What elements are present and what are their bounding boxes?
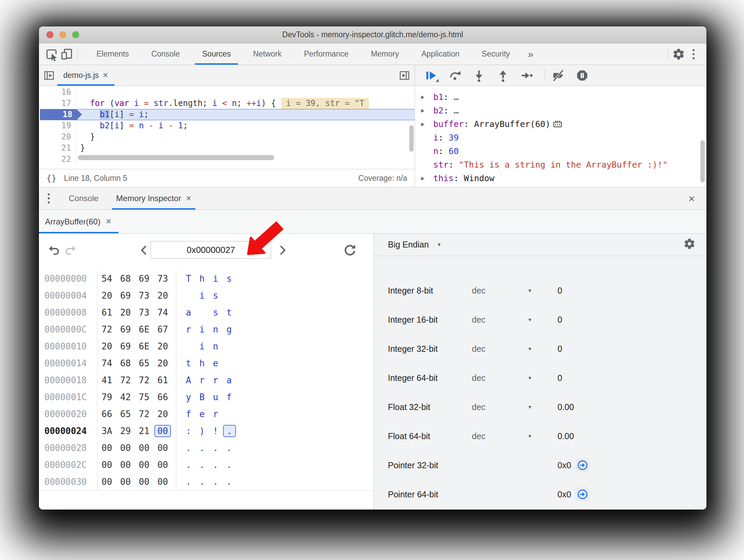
memory-byte[interactable]: 20	[120, 307, 139, 318]
memory-byte[interactable]: 65	[139, 358, 157, 368]
close-tab-icon[interactable]: ×	[106, 217, 111, 226]
open-file-panel-icon[interactable]	[398, 69, 411, 82]
scope-row[interactable]: ▶b2: …	[415, 104, 706, 117]
tab-network[interactable]: Network	[242, 43, 293, 65]
memory-byte[interactable]: 00	[157, 460, 176, 470]
memory-byte[interactable]: 79	[102, 392, 120, 402]
step-icon[interactable]	[517, 68, 537, 83]
memory-ascii-char[interactable]: y	[186, 392, 199, 402]
memory-byte[interactable]: 73	[157, 274, 176, 284]
memory-ascii-char[interactable]: :	[186, 426, 199, 436]
memory-byte[interactable]: 00	[157, 426, 176, 436]
tab-sources[interactable]: Sources	[191, 43, 242, 65]
history-back-icon[interactable]	[47, 244, 61, 259]
memory-ascii-char[interactable]: .	[213, 477, 226, 487]
previous-page-icon[interactable]	[138, 244, 151, 258]
show-navigator-icon[interactable]	[42, 69, 56, 82]
step-over-icon[interactable]	[445, 68, 465, 83]
memory-ascii-char[interactable]: B	[199, 392, 213, 402]
memory-byte[interactable]: 20	[157, 290, 176, 301]
step-into-icon[interactable]	[469, 68, 489, 83]
memory-byte[interactable]: 67	[157, 324, 176, 335]
memory-byte[interactable]: 69	[139, 274, 157, 284]
format-select[interactable]: dec	[472, 373, 528, 383]
memory-ascii-char[interactable]: r	[213, 375, 226, 385]
memory-ascii-char[interactable]: t	[186, 358, 199, 368]
line-number[interactable]: 19	[39, 120, 76, 131]
scope-row[interactable]: ▶b1: …	[415, 90, 706, 104]
tab-performance[interactable]: Performance	[293, 43, 360, 65]
jump-to-pointer-icon[interactable]	[576, 488, 589, 501]
memory-ascii-char[interactable]: g	[226, 324, 240, 335]
tab-security[interactable]: Security	[471, 43, 521, 65]
value-settings-gear-icon[interactable]	[683, 238, 696, 252]
close-drawer-icon[interactable]: ×	[685, 192, 698, 205]
device-toolbar-icon[interactable]	[59, 47, 74, 62]
memory-byte[interactable]: 00	[120, 477, 139, 487]
settings-gear-icon[interactable]	[671, 47, 686, 62]
file-tab-demo-js[interactable]: demo-js.js ×	[57, 65, 114, 86]
disclosure-triangle-icon[interactable]: ▶	[421, 93, 433, 100]
memory-ascii-char[interactable]: A	[186, 375, 199, 385]
memory-byte[interactable]: 72	[139, 409, 157, 419]
format-select[interactable]: dec	[472, 315, 528, 325]
memory-byte[interactable]: 68	[120, 358, 139, 368]
memory-byte[interactable]: 00	[139, 477, 157, 487]
scope-scrollbar[interactable]	[700, 140, 705, 182]
zoom-window-button[interactable]	[72, 31, 79, 38]
horizontal-scrollbar[interactable]	[78, 155, 274, 160]
memory-ascii-char[interactable]: f	[186, 409, 199, 419]
step-out-icon[interactable]	[493, 68, 513, 83]
memory-inspector-chip-icon[interactable]	[553, 120, 563, 128]
memory-ascii-char[interactable]	[186, 290, 199, 301]
line-number[interactable]: 17	[39, 98, 76, 109]
memory-ascii-char[interactable]: i	[199, 341, 213, 351]
memory-byte[interactable]: 29	[120, 426, 139, 436]
memory-byte[interactable]: 72	[120, 375, 139, 385]
memory-byte[interactable]: 61	[157, 375, 176, 385]
memory-byte[interactable]: 69	[120, 324, 139, 335]
memory-ascii-char[interactable]	[186, 341, 199, 351]
history-forward-icon[interactable]	[64, 244, 78, 259]
memory-ascii-char[interactable]: .	[213, 443, 226, 453]
memory-ascii-char[interactable]	[226, 358, 240, 368]
disclosure-triangle-icon[interactable]: ▶	[421, 175, 433, 181]
memory-ascii-char[interactable]: f	[226, 392, 240, 402]
refresh-icon[interactable]	[343, 243, 357, 259]
tab-elements[interactable]: Elements	[85, 43, 140, 65]
format-select[interactable]: dec	[472, 402, 528, 412]
customize-menu-dots-icon[interactable]	[686, 47, 701, 62]
format-select[interactable]: dec	[472, 286, 528, 296]
memory-ascii-char[interactable]: .	[199, 460, 213, 470]
scope-row[interactable]: i: 39	[415, 131, 706, 144]
tab-application[interactable]: Application	[410, 43, 471, 65]
memory-byte[interactable]: 73	[139, 290, 157, 301]
memory-ascii-char[interactable]: s	[213, 307, 226, 318]
memory-byte[interactable]: 6E	[139, 341, 157, 351]
line-number[interactable]: 20	[39, 131, 76, 143]
memory-ascii-char[interactable]	[199, 307, 213, 318]
memory-byte[interactable]: 69	[120, 290, 139, 301]
format-select[interactable]: dec	[472, 344, 528, 354]
memory-ascii-char[interactable]: r	[186, 324, 199, 335]
memory-byte[interactable]: 00	[102, 460, 120, 470]
close-file-tab-icon[interactable]: ×	[103, 71, 108, 80]
memory-byte[interactable]: 66	[157, 392, 176, 402]
memory-byte[interactable]: 68	[120, 274, 139, 284]
minimize-window-button[interactable]	[59, 31, 66, 38]
memory-byte[interactable]: 41	[102, 375, 120, 385]
memory-byte[interactable]: 61	[102, 307, 120, 318]
scope-row[interactable]: ▶this: Window	[415, 171, 706, 185]
memory-ascii-char[interactable]: .	[213, 460, 226, 470]
memory-byte[interactable]: 73	[139, 307, 157, 318]
memory-ascii-char[interactable]: e	[199, 409, 213, 419]
memory-byte[interactable]: 20	[157, 358, 176, 368]
pretty-print-icon[interactable]: {}	[46, 173, 57, 183]
memory-ascii-char[interactable]: .	[199, 477, 213, 487]
vertical-scrollbar[interactable]	[409, 125, 414, 152]
memory-ascii-char[interactable]: r	[213, 409, 226, 419]
memory-byte[interactable]: 00	[139, 460, 157, 470]
pause-on-exceptions-icon[interactable]	[572, 68, 592, 83]
memory-ascii-char[interactable]: .	[226, 443, 240, 453]
tab-console[interactable]: Console	[140, 43, 191, 65]
